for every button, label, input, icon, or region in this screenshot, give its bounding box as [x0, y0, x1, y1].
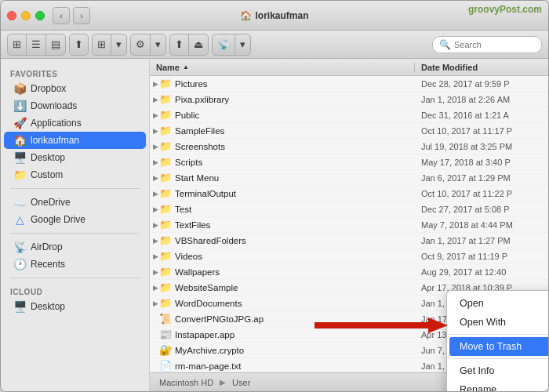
table-row[interactable]: ▶ 📁 TextFiles May 7, 2018 at 4:44 PM	[150, 217, 548, 233]
folder-icon: 📁	[159, 203, 172, 216]
table-row[interactable]: ▶ 📁 Screenshots Jul 19, 2018 at 3:25 PM	[150, 139, 548, 154]
share-btn[interactable]: ⬆	[70, 34, 88, 55]
sidebar-item-googledrive[interactable]: △ Google Drive	[4, 211, 146, 228]
folder-icon: 📁	[159, 78, 172, 90]
app-icon: 📰	[159, 328, 172, 341]
sidebar-item-onedrive[interactable]: ☁️ OneDrive	[4, 194, 146, 211]
chevron-icon: ▶	[150, 143, 159, 151]
table-row[interactable]: ▶ 📁 SampleFiles Oct 10, 2017 at 11:17 P	[150, 123, 548, 139]
sidebar-item-downloads[interactable]: ⬇️ Downloads	[4, 97, 146, 114]
sidebar-item-lorikaufman[interactable]: 🏠 lorikaufman	[4, 132, 146, 149]
table-row[interactable]: ▶ 📁 Wallpapers Aug 29, 2017 at 12:40	[150, 264, 548, 280]
sidebar-label-dropbox: Dropbox	[31, 83, 66, 94]
eject-group: ⬆ ⏏	[169, 34, 209, 56]
chevron-icon: ▶	[150, 158, 159, 166]
table-row[interactable]: ▶ 📁 Test Dec 27, 2017 at 5:08 P	[150, 201, 548, 217]
sidebar-label-icloud-desktop: Desktop	[31, 301, 65, 312]
chevron-icon: ▶	[150, 96, 159, 103]
action-btn[interactable]: ⚙	[131, 34, 151, 55]
table-row[interactable]: ▶ 📁 Start Menu Jan 6, 2017 at 1:29 PM	[150, 170, 548, 186]
table-row[interactable]: ▶ 📁 Videos Oct 9, 2017 at 11:19 P	[150, 249, 548, 264]
arrange-group: ⊞ ▾	[92, 34, 127, 56]
ctx-open[interactable]: Open	[447, 294, 548, 313]
sidebar-label-desktop: Desktop	[31, 152, 65, 163]
arrange-btn[interactable]: ⊞	[93, 34, 111, 55]
ctx-rename-label: Rename	[460, 384, 496, 391]
ctx-open-with[interactable]: Open With ▶	[447, 313, 548, 332]
airdrop-btn[interactable]: 📡	[213, 34, 235, 55]
list-view-btn[interactable]: ☰	[27, 34, 46, 55]
ctx-get-info-label: Get Info	[460, 365, 494, 376]
chevron-icon: ▶	[150, 252, 159, 260]
search-icon: 🔍	[439, 39, 451, 50]
table-row[interactable]: ▶ 📁 Scripts May 17, 2018 at 3:40 P	[150, 154, 548, 170]
action-dropdown[interactable]: ▾	[151, 34, 165, 55]
icon-view-btn[interactable]: ⊞	[8, 34, 27, 55]
col-date-header[interactable]: Date Modified	[415, 63, 548, 72]
search-box[interactable]: 🔍	[432, 36, 542, 53]
sidebar-label-airdrop: AirDrop	[31, 241, 63, 252]
eject-btn[interactable]: ⏏	[189, 34, 208, 55]
ctx-rename[interactable]: Rename	[447, 380, 548, 391]
content-area: Favorites 📦 Dropbox ⬇️ Downloads 🚀 Appli…	[1, 59, 548, 391]
table-row[interactable]: ▶ 📁 Pictures Dec 28, 2017 at 9:59 P	[150, 76, 548, 92]
googledrive-icon: △	[13, 213, 26, 226]
sidebar-item-desktop[interactable]: 🖥️ Desktop	[4, 149, 146, 166]
ctx-get-info[interactable]: Get Info	[447, 361, 548, 380]
table-row[interactable]: ▶ 📁 Public Dec 31, 2016 at 1:21 A	[150, 107, 548, 123]
arrow-svg	[314, 314, 448, 336]
sidebar-divider-3	[10, 278, 140, 278]
arrange-dropdown[interactable]: ▾	[111, 34, 126, 55]
sidebar-label-custom: Custom	[31, 169, 63, 180]
watermark: groovyPost.com	[468, 4, 542, 15]
ctx-move-to-trash[interactable]: Move to Trash	[449, 337, 548, 356]
sidebar-item-icloud-desktop[interactable]: 🖥️ Desktop	[4, 298, 146, 315]
close-button[interactable]	[7, 11, 16, 20]
sidebar-item-applications[interactable]: 🚀 Applications	[4, 114, 146, 132]
sidebar-label-applications: Applications	[31, 118, 82, 129]
maximize-button[interactable]	[35, 11, 45, 20]
col-name-header[interactable]: Name ▲	[150, 63, 415, 72]
icloud-desktop-icon: 🖥️	[13, 300, 26, 313]
chevron-icon: ▶	[150, 299, 159, 307]
sidebar-item-dropbox[interactable]: 📦 Dropbox	[4, 80, 146, 97]
startmenu-folder-icon: 📁	[159, 172, 172, 184]
upload-btn[interactable]: ⬆	[170, 34, 189, 55]
nav-buttons: ‹ ›	[53, 7, 90, 24]
sidebar-item-custom[interactable]: 📁 Custom	[4, 166, 146, 183]
chevron-icon: ▶	[150, 221, 159, 229]
ctx-open-label: Open	[460, 298, 484, 309]
sidebar-item-recents[interactable]: 🕐 Recents	[4, 256, 146, 273]
sidebar-item-airdrop[interactable]: 📡 AirDrop	[4, 238, 146, 256]
view-toggle-group: ⊞ ☰ ▤	[7, 34, 66, 56]
sidebar-label-lorikaufman: lorikaufman	[31, 135, 79, 146]
title-icon: 🏠	[240, 10, 252, 21]
folder-icon: 📁	[159, 234, 172, 247]
back-button[interactable]: ‹	[53, 7, 70, 24]
column-view-btn[interactable]: ▤	[46, 34, 65, 55]
chevron-icon: ▶	[150, 80, 159, 88]
folder-icon: 📁	[159, 219, 172, 231]
minimize-button[interactable]	[21, 11, 31, 20]
ctx-open-with-label: Open With	[460, 317, 506, 328]
sort-arrow-icon: ▲	[183, 64, 189, 71]
folder-icon: 📁	[159, 281, 172, 294]
sidebar-label-recents: Recents	[31, 259, 65, 270]
folder-icon: 📁	[159, 125, 172, 137]
chevron-icon: ▶	[150, 205, 159, 213]
table-row[interactable]: ▶ 📁 TerminalOutput Oct 10, 2017 at 11:22…	[150, 186, 548, 201]
folder-icon: 📁	[159, 250, 172, 263]
table-row[interactable]: ▶ 📁 VBSharedFolders Jan 1, 2017 at 1:27 …	[150, 233, 548, 249]
forward-button[interactable]: ›	[73, 7, 90, 24]
airdrop-dropdown[interactable]: ▾	[235, 34, 250, 55]
search-input[interactable]	[454, 40, 535, 49]
folder-icon: 📁	[159, 266, 172, 278]
chevron-icon: ▶	[150, 174, 159, 182]
table-row[interactable]: ▶ 📁 Pixa.pxlibrary Jan 1, 2018 at 2:26 A…	[150, 92, 548, 107]
window-title: 🏠 lorikaufman	[240, 10, 308, 21]
sidebar-label-downloads: Downloads	[31, 100, 77, 111]
dropbox-icon: 📦	[13, 82, 26, 95]
custom-icon: 📁	[13, 169, 26, 181]
airdrop-sidebar-icon: 📡	[13, 241, 26, 253]
folder-icon: 📁	[159, 140, 172, 153]
